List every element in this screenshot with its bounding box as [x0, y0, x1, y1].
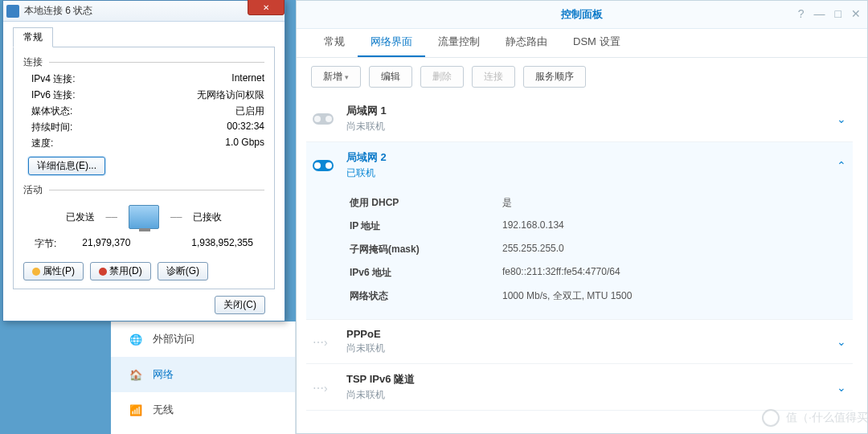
tab-network-interface[interactable]: 网络界面: [358, 28, 425, 57]
interface-status: 已联机: [346, 166, 387, 180]
tab-general[interactable]: 常规: [13, 27, 53, 47]
interface-name: 局域网 1: [346, 104, 387, 118]
dhcp-label: 使用 DHCP: [350, 196, 502, 210]
close-button[interactable]: 关闭(C): [215, 296, 265, 314]
sidebar-item-label: 外部访问: [153, 332, 194, 346]
ipv4-value: Internet: [231, 72, 264, 86]
interface-name: 局域网 2: [346, 150, 387, 165]
syn-title: 控制面板: [561, 7, 603, 22]
tab-general[interactable]: 常规: [311, 28, 358, 57]
watermark: 值（·什么值得买: [691, 402, 868, 434]
ipv6-value: fe80::211:32ff:fe54:4770/64: [502, 266, 620, 280]
dhcp-value: 是: [502, 196, 512, 210]
section-connection: 连接: [23, 55, 43, 69]
section-activity: 活动: [23, 183, 43, 197]
media-value: 已启用: [235, 104, 264, 118]
network-activity-icon: [129, 205, 159, 229]
interface-type-icon: ⋯›: [313, 336, 334, 347]
interface-status: 尚未联机: [346, 120, 387, 133]
wifi-icon: 📶: [129, 403, 143, 417]
dash-icon: ——: [170, 211, 182, 223]
ipv6-label: IPv6 地址: [350, 266, 502, 280]
sent-label: 已发送: [66, 211, 95, 224]
bytes-label: 字节:: [35, 237, 56, 251]
interface-item-pppoe[interactable]: ⋯› PPPoE 尚未联机 ⌄: [306, 320, 853, 364]
syn-toolbar: 新增 编辑 删除 连接 服务顺序: [297, 58, 867, 96]
tab-static-route[interactable]: 静态路由: [493, 28, 560, 57]
close-icon[interactable]: [248, 0, 285, 15]
interface-status: 尚未联机: [346, 342, 385, 355]
syn-titlebar[interactable]: 控制面板 ? — □ ✕: [297, 1, 867, 29]
delete-button: 删除: [420, 66, 464, 88]
interface-item-lan2[interactable]: 局域网 2 已联机 ⌃ 使用 DHCP是 IP 地址192.168.0.134 …: [306, 142, 853, 320]
win-title: 本地连接 6 状态: [24, 4, 92, 18]
tab-traffic-control[interactable]: 流量控制: [425, 28, 493, 57]
duration-label: 持续时间:: [31, 121, 72, 134]
recv-label: 已接收: [193, 211, 222, 224]
sidebar: 🌐 外部访问 🏠 网络 📶 无线: [111, 321, 296, 434]
interface-status: 尚未联机: [346, 388, 415, 402]
speed-label: 速度:: [31, 137, 53, 150]
minimize-icon[interactable]: —: [814, 7, 825, 20]
netstate-label: 网络状态: [350, 289, 502, 303]
sidebar-item-label: 网络: [153, 367, 174, 382]
syn-tabs: 常规 网络界面 流量控制 静态路由 DSM 设置: [297, 29, 867, 58]
chevron-down-icon[interactable]: ⌄: [837, 335, 846, 348]
ip-value: 192.168.0.134: [502, 219, 564, 233]
maximize-icon[interactable]: □: [835, 7, 841, 20]
watermark-icon: [762, 409, 780, 427]
synology-control-panel: 控制面板 ? — □ ✕ 常规 网络界面 流量控制 静态路由 DSM 设置 新增…: [296, 0, 868, 434]
chevron-up-icon[interactable]: ⌃: [837, 159, 846, 172]
ipv4-label: IPv4 连接:: [31, 72, 76, 86]
watermark-text: 值（·什么值得买: [786, 411, 868, 425]
ip-label: IP 地址: [350, 219, 502, 233]
media-label: 媒体状态:: [31, 104, 72, 118]
interface-status-icon: [313, 113, 334, 125]
interface-name: PPPoE: [346, 328, 385, 340]
interface-name: TSP IPv6 隧道: [346, 372, 415, 387]
connect-button: 连接: [472, 66, 515, 88]
netstate-value: 1000 Mb/s, 全双工, MTU 1500: [502, 289, 632, 303]
diagnose-button[interactable]: 诊断(G): [158, 262, 208, 280]
interface-details: 使用 DHCP是 IP 地址192.168.0.134 子网掩码(mask)25…: [306, 188, 853, 319]
interface-status-icon: [313, 160, 334, 171]
interface-list: 局域网 1 尚未联机 ⌄ 局域网 2 已联机 ⌃ 使用 DHCP是 IP 地址1…: [297, 96, 867, 411]
recv-bytes: 1,938,952,355: [191, 237, 253, 251]
sidebar-item-network[interactable]: 🏠 网络: [111, 357, 295, 392]
sidebar-item-wireless[interactable]: 📶 无线: [111, 392, 295, 428]
chevron-down-icon[interactable]: ⌄: [837, 381, 846, 394]
disable-button[interactable]: 禁用(D): [90, 262, 151, 280]
interface-type-icon: ⋯›: [313, 382, 334, 393]
edit-button[interactable]: 编辑: [369, 66, 412, 88]
network-icon: 🏠: [129, 367, 143, 382]
win-titlebar[interactable]: 本地连接 6 状态: [3, 1, 285, 22]
add-button[interactable]: 新增: [311, 66, 361, 88]
tab-dsm-settings[interactable]: DSM 设置: [560, 28, 633, 57]
duration-value: 00:32:34: [227, 121, 264, 134]
globe-icon: 🌐: [129, 332, 143, 346]
help-icon[interactable]: ?: [798, 7, 805, 20]
sidebar-item-label: 无线: [153, 403, 174, 417]
ipv6-label: IPv6 连接:: [31, 88, 76, 102]
interface-item-lan1[interactable]: 局域网 1 尚未联机 ⌄: [306, 96, 853, 142]
ipv6-value: 无网络访问权限: [197, 88, 264, 102]
sent-bytes: 21,979,370: [82, 237, 130, 251]
speed-value: 1.0 Gbps: [225, 137, 264, 150]
dash-icon: ——: [106, 211, 117, 223]
mask-label: 子网掩码(mask): [350, 243, 502, 256]
properties-button[interactable]: 属性(P): [23, 262, 84, 280]
chevron-down-icon[interactable]: ⌄: [837, 113, 846, 125]
details-button[interactable]: 详细信息(E)...: [28, 157, 105, 175]
network-adapter-icon: [6, 5, 19, 18]
service-order-button[interactable]: 服务顺序: [523, 66, 586, 88]
mask-value: 255.255.255.0: [502, 243, 564, 256]
close-icon[interactable]: ✕: [851, 7, 861, 20]
windows-connection-status-dialog: 本地连接 6 状态 常规 连接 IPv4 连接:Internet IPv6 连接…: [2, 0, 285, 321]
